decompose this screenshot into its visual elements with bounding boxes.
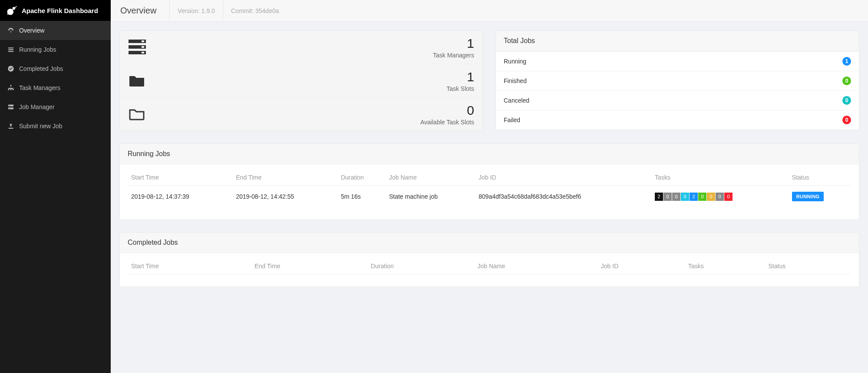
total-jobs-row: Failed0 <box>496 110 859 130</box>
task-status-box: 0 <box>672 193 680 201</box>
total-jobs-label: Running <box>504 58 526 65</box>
task-status-box: 0 <box>716 193 724 201</box>
status-tag: RUNNING <box>792 192 824 201</box>
panel-header: Completed Jobs <box>120 233 859 253</box>
cell-start-time: 2019-08-12, 14:37:39 <box>128 186 232 208</box>
svg-rect-17 <box>142 40 144 42</box>
dashboard-icon <box>7 27 15 34</box>
column-header: Job ID <box>475 170 651 186</box>
column-header: Job ID <box>597 258 685 274</box>
sidebar-item-submit-new-job[interactable]: Submit new Job <box>0 117 111 136</box>
count-badge: 0 <box>842 96 851 105</box>
svg-rect-9 <box>13 89 14 90</box>
bars-icon <box>7 46 15 53</box>
column-header: Start Time <box>128 170 232 186</box>
table-row[interactable]: 2019-08-12, 14:37:392019-08-12, 14:42:55… <box>128 186 851 208</box>
cell-status: RUNNING <box>789 186 851 208</box>
stat-label: Task Managers <box>149 52 474 59</box>
stat-available-slots: 0 Available Task Slots <box>120 97 483 131</box>
card-header: Total Jobs <box>496 31 859 51</box>
stat-label: Available Task Slots <box>149 119 474 126</box>
sidebar: Apache Flink Dashboard Overview Running … <box>0 0 111 373</box>
topbar: Overview Version: 1.9.0 Commit: 354de0a <box>111 0 868 22</box>
column-header: End Time <box>251 258 367 274</box>
folder-outline-icon <box>129 107 149 122</box>
column-header: Job Name <box>474 258 597 274</box>
stat-value: 0 <box>149 103 474 118</box>
sidebar-item-label: Job Manager <box>19 103 55 110</box>
svg-rect-2 <box>8 47 13 48</box>
cell-duration: 5m 16s <box>337 186 386 208</box>
servers-icon <box>129 40 149 56</box>
version-label: Version: 1.9.0 <box>169 0 223 21</box>
column-header: Tasks <box>651 170 789 186</box>
cell-tasks: 200020000 <box>651 186 789 208</box>
total-jobs-label: Canceled <box>504 97 529 104</box>
count-badge: 1 <box>842 57 851 66</box>
sidebar-item-label: Completed Jobs <box>19 65 63 72</box>
task-status-box: 0 <box>707 193 715 201</box>
task-status-box: 0 <box>663 193 672 201</box>
count-badge: 0 <box>842 77 851 85</box>
cell-job-name: State machine job <box>386 186 475 208</box>
brand-label: Apache Flink Dashboard <box>22 7 98 14</box>
sidebar-item-task-managers[interactable]: Task Managers <box>0 78 111 97</box>
stats-card: 1 Task Managers 1 Task Slots <box>119 30 483 131</box>
completed-jobs-panel: Completed Jobs Start TimeEnd TimeDuratio… <box>119 232 859 287</box>
column-header: Start Time <box>128 258 251 274</box>
total-jobs-label: Failed <box>504 117 520 123</box>
column-header: End Time <box>232 170 337 186</box>
task-status-box: 0 <box>681 193 689 201</box>
column-header: Duration <box>337 170 386 186</box>
svg-rect-18 <box>142 46 144 48</box>
svg-point-13 <box>9 108 10 109</box>
total-jobs-row: Canceled0 <box>496 90 859 110</box>
stat-task-slots: 1 Task Slots <box>120 64 483 97</box>
sidebar-item-running-jobs[interactable]: Running Jobs <box>0 40 111 59</box>
cell-end-time: 2019-08-12, 14:42:55 <box>232 186 337 208</box>
task-status-box: 0 <box>698 193 706 201</box>
check-circle-icon <box>7 65 15 72</box>
svg-rect-11 <box>8 107 13 109</box>
task-status-box: 2 <box>690 193 698 201</box>
column-header: Status <box>765 258 851 274</box>
sidebar-item-label: Overview <box>19 27 44 34</box>
svg-rect-3 <box>8 49 13 50</box>
cell-job-id: 809a4df3a54c68daf683dc4a53e5bef6 <box>475 186 651 208</box>
commit-label: Commit: 354de0a <box>223 0 287 21</box>
stat-value: 1 <box>149 70 474 84</box>
sidebar-item-label: Running Jobs <box>19 46 56 53</box>
sidebar-item-completed-jobs[interactable]: Completed Jobs <box>0 59 111 78</box>
task-status-boxes: 200020000 <box>655 193 733 201</box>
svg-rect-19 <box>142 52 144 53</box>
folder-icon <box>129 73 149 89</box>
total-jobs-card: Total Jobs Running1Finished0Canceled0Fai… <box>495 30 859 130</box>
column-header: Duration <box>367 258 474 274</box>
main: Overview Version: 1.9.0 Commit: 354de0a … <box>111 0 868 373</box>
page-title: Overview <box>120 6 156 16</box>
total-jobs-label: Finished <box>504 77 527 84</box>
total-jobs-row: Finished0 <box>496 71 859 90</box>
sitemap-icon <box>7 84 15 91</box>
svg-rect-6 <box>10 85 12 86</box>
svg-point-12 <box>9 105 10 106</box>
svg-rect-4 <box>8 51 13 52</box>
upload-icon <box>7 123 15 130</box>
running-jobs-table: Start TimeEnd TimeDurationJob NameJob ID… <box>128 170 851 207</box>
total-jobs-row: Running1 <box>496 51 859 71</box>
svg-rect-10 <box>8 105 13 107</box>
stat-task-managers: 1 Task Managers <box>120 31 483 64</box>
stat-label: Task Slots <box>149 85 474 92</box>
sidebar-item-label: Task Managers <box>19 84 60 91</box>
sidebar-item-job-manager[interactable]: Job Manager <box>0 97 111 117</box>
sidebar-item-overview[interactable]: Overview <box>0 21 111 40</box>
panel-header: Running Jobs <box>120 144 859 164</box>
server-icon <box>7 103 15 110</box>
column-header: Status <box>789 170 851 186</box>
task-status-box: 2 <box>655 193 663 201</box>
flink-logo-icon <box>6 5 17 16</box>
brand: Apache Flink Dashboard <box>0 0 111 21</box>
running-jobs-panel: Running Jobs Start TimeEnd TimeDurationJ… <box>119 143 859 220</box>
svg-rect-8 <box>10 89 12 90</box>
svg-rect-7 <box>8 89 9 90</box>
